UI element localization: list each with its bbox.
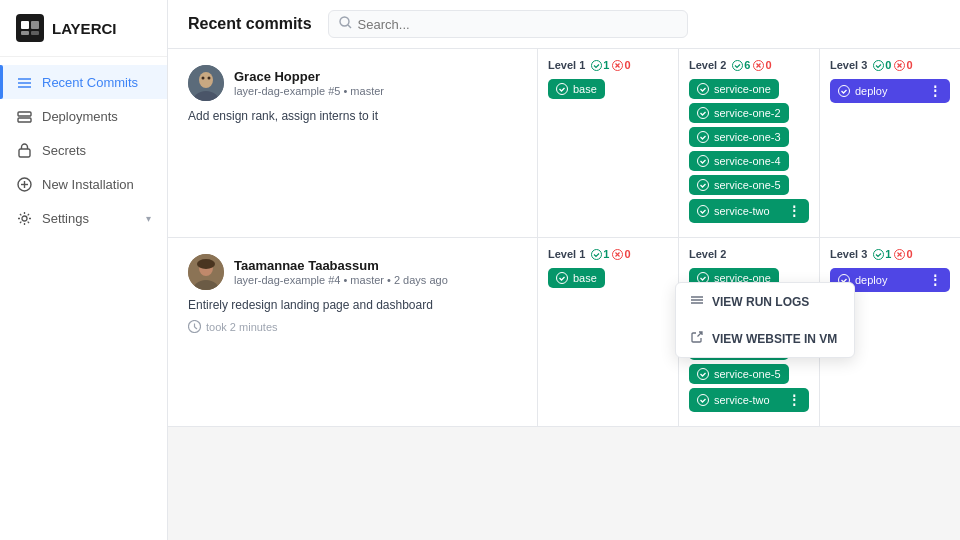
sidebar-item-new-installation[interactable]: New Installation: [0, 167, 167, 201]
sidebar-label-secrets: Secrets: [42, 143, 86, 158]
fail-badge: 0: [894, 248, 912, 260]
pipeline-label: base: [573, 83, 597, 95]
dots-menu-icon-2[interactable]: ⋮: [787, 392, 801, 408]
level-col-1-2: Level 2 6 0: [679, 49, 820, 237]
pass-badge: 0: [873, 59, 891, 71]
pipeline-btn-svc5[interactable]: service-one-5: [689, 175, 789, 195]
pipeline-label: service-one-3: [714, 131, 781, 143]
commit-user-2: Taamannae Taabassum: [234, 258, 517, 273]
commit-user-1: Grace Hopper: [234, 69, 517, 84]
svg-rect-3: [21, 31, 29, 35]
new-installation-icon: [16, 176, 32, 192]
settings-icon: [16, 210, 32, 226]
level-header-1-1: Level 1 1 0: [548, 59, 668, 71]
pipeline-label: service-two: [714, 394, 770, 406]
pipeline-btn-svc5-2[interactable]: service-one-5: [689, 364, 789, 384]
svg-point-35: [698, 180, 709, 191]
timing-label: took 2 minutes: [206, 321, 278, 333]
svg-point-18: [199, 72, 213, 88]
deploy-dots-icon[interactable]: ⋮: [928, 83, 942, 99]
level-badge-2-1: 1 0: [591, 248, 630, 260]
svg-rect-8: [18, 112, 31, 116]
sidebar-label-new-installation: New Installation: [42, 177, 134, 192]
pipeline-btn-svc1[interactable]: service-one: [689, 79, 779, 99]
svg-point-56: [557, 273, 568, 284]
svg-point-41: [839, 86, 850, 97]
level-label: Level 1: [548, 248, 585, 260]
svg-rect-10: [19, 149, 30, 157]
svg-point-27: [733, 60, 743, 70]
pass-badge: 1: [591, 248, 609, 260]
pipeline-btn-svc2[interactable]: service-one-2: [689, 103, 789, 123]
level-label: Level 2: [689, 59, 726, 71]
level-header-2-2: Level 2: [689, 248, 809, 260]
sidebar-item-settings[interactable]: Settings ▾: [0, 201, 167, 235]
commit-meta-1: Grace Hopper layer-dag-example #5 • mast…: [234, 69, 517, 97]
commit-card: Grace Hopper layer-dag-example #5 • mast…: [168, 49, 960, 238]
svg-point-26: [557, 84, 568, 95]
pipeline-label: base: [573, 272, 597, 284]
pass-badge: 6: [732, 59, 750, 71]
level-badge-pass: 1 0: [591, 59, 630, 71]
level-label: Level 3: [830, 59, 867, 71]
level-header-1-3: Level 3 0 0: [830, 59, 950, 71]
deploy-dots-icon-2[interactable]: ⋮: [928, 272, 942, 288]
commit-sub-1: layer-dag-example #5 • master: [234, 85, 517, 97]
commit-message-1: Add ensign rank, assign interns to it: [188, 109, 517, 123]
pipeline-btn-deploy-1[interactable]: deploy ⋮: [830, 79, 950, 103]
svg-rect-9: [18, 118, 31, 122]
svg-point-33: [698, 132, 709, 143]
deployments-icon: [16, 108, 32, 124]
dropdown-label-logs: VIEW RUN LOGS: [712, 295, 809, 309]
sidebar-item-secrets[interactable]: Secrets: [0, 133, 167, 167]
svg-line-16: [348, 25, 351, 28]
dots-menu-icon[interactable]: ⋮: [787, 203, 801, 219]
svg-point-20: [202, 77, 205, 80]
pipeline-btn-base-1[interactable]: base: [548, 79, 605, 99]
svg-point-52: [592, 249, 602, 259]
list-icon: [690, 293, 704, 310]
settings-chevron-icon: ▾: [146, 213, 151, 224]
dropdown-item-view-website[interactable]: VIEW WEBSITE IN VM: [676, 320, 854, 357]
commit-message-2: Entirely redesign landing page and dashb…: [188, 298, 517, 312]
search-box: [328, 10, 688, 38]
svg-point-31: [698, 84, 709, 95]
commit-left-1: Grace Hopper layer-dag-example #5 • mast…: [168, 49, 538, 237]
search-input[interactable]: [358, 17, 677, 32]
commit-levels-1: Level 1 1 0: [538, 49, 960, 237]
pipeline-btn-svc3[interactable]: service-one-3: [689, 127, 789, 147]
svg-point-62: [698, 395, 709, 406]
sidebar-nav: Recent Commits Deployments Secrets New I…: [0, 57, 167, 540]
dropdown-item-view-run-logs[interactable]: VIEW RUN LOGS: [676, 283, 854, 320]
svg-point-36: [698, 206, 709, 217]
fail-badge: 0: [894, 59, 912, 71]
level-header-2-1: Level 1 1 0: [548, 248, 668, 260]
svg-point-32: [698, 108, 709, 119]
secrets-icon: [16, 142, 32, 158]
fail-badge: 0: [612, 59, 630, 71]
commit-meta-2: Taamannae Taabassum layer-dag-example #4…: [234, 258, 517, 286]
main-content: Recent commits Grace Hopper layer-dag-ex…: [168, 0, 960, 540]
sidebar-item-deployments[interactable]: Deployments: [0, 99, 167, 133]
svg-point-22: [592, 60, 602, 70]
sidebar-item-recent-commits[interactable]: Recent Commits: [0, 65, 167, 99]
pipeline-label: service-one-4: [714, 155, 781, 167]
pass-badge: 1: [873, 248, 891, 260]
svg-point-63: [874, 249, 884, 259]
commit-sub-2: layer-dag-example #4 • master • 2 days a…: [234, 274, 517, 286]
pass-badge: 1: [591, 59, 609, 71]
pipeline-btn-svc4[interactable]: service-one-4: [689, 151, 789, 171]
dropdown-label-website: VIEW WEBSITE IN VM: [712, 332, 837, 346]
layerci-logo-icon: [16, 14, 44, 42]
deploy-label: deploy: [855, 85, 887, 97]
sidebar-label-recent-commits: Recent Commits: [42, 75, 138, 90]
external-link-icon: [690, 330, 704, 347]
level-col-2-1: Level 1 1 0: [538, 238, 679, 426]
pipeline-label: service-one-5: [714, 179, 781, 191]
page-title: Recent commits: [188, 15, 312, 33]
pipeline-btn-svctwo-2[interactable]: service-two ⋮: [689, 388, 809, 412]
pipeline-btn-base-2[interactable]: base: [548, 268, 605, 288]
pipeline-btn-svctwo[interactable]: service-two ⋮: [689, 199, 809, 223]
svg-point-15: [340, 17, 349, 26]
level-badge-2: 6 0: [732, 59, 771, 71]
